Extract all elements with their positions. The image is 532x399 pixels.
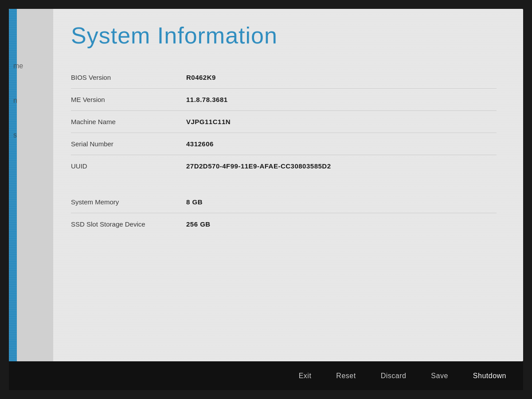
bios-screen: me n s System Information BIOS Version R… — [0, 0, 532, 399]
save-button[interactable]: Save — [427, 370, 451, 382]
info-value: R0462K9 — [186, 74, 216, 81]
info-value: VJPG11C11N — [186, 118, 231, 125]
table-row: Serial Number 4312606 — [71, 133, 497, 155]
main-content: System Information BIOS Version R0462K9 … — [53, 9, 523, 361]
info-label: SSD Slot Storage Device — [71, 220, 186, 228]
info-value: 256 GB — [186, 220, 211, 228]
info-label: System Memory — [71, 198, 186, 206]
discard-button[interactable]: Discard — [377, 370, 410, 382]
bios-content-area: me n s System Information BIOS Version R… — [9, 9, 523, 361]
table-row: UUID 27D2D570-4F99-11E9-AFAE-CC30803585D… — [71, 155, 497, 177]
info-label: UUID — [71, 162, 186, 170]
sidebar-item-n: n — [9, 97, 53, 105]
table-row: SSD Slot Storage Device 256 GB — [71, 213, 497, 235]
shutdown-button[interactable]: Shutdown — [469, 370, 510, 382]
info-label: Machine Name — [71, 118, 186, 125]
info-value: 8 GB — [186, 198, 203, 206]
table-row: Machine Name VJPG11C11N — [71, 111, 497, 133]
bottom-bar: ExitResetDiscardSaveShutdown — [9, 361, 523, 390]
info-label: ME Version — [71, 96, 186, 103]
sidebar-item-me: me — [9, 62, 53, 70]
info-value: 4312606 — [186, 140, 214, 148]
info-label: BIOS Version — [71, 74, 186, 81]
table-row: BIOS Version R0462K9 — [71, 66, 497, 89]
sidebar-item-s: s — [9, 131, 53, 139]
section-gap — [71, 177, 497, 191]
page-title: System Information — [71, 22, 497, 49]
footer-buttons: ExitResetDiscardSaveShutdown — [295, 370, 510, 382]
info-value: 27D2D570-4F99-11E9-AFAE-CC30803585D2 — [186, 162, 331, 170]
info-table: BIOS Version R0462K9 ME Version 11.8.78.… — [71, 66, 497, 344]
reset-button[interactable]: Reset — [332, 370, 359, 382]
table-row: ME Version 11.8.78.3681 — [71, 89, 497, 111]
storage-rows: System Memory 8 GB SSD Slot Storage Devi… — [71, 191, 497, 235]
info-label: Serial Number — [71, 140, 186, 148]
info-value: 11.8.78.3681 — [186, 96, 228, 103]
exit-button[interactable]: Exit — [295, 370, 315, 382]
table-row: System Memory 8 GB — [71, 191, 497, 213]
system-info-rows: BIOS Version R0462K9 ME Version 11.8.78.… — [71, 66, 497, 177]
